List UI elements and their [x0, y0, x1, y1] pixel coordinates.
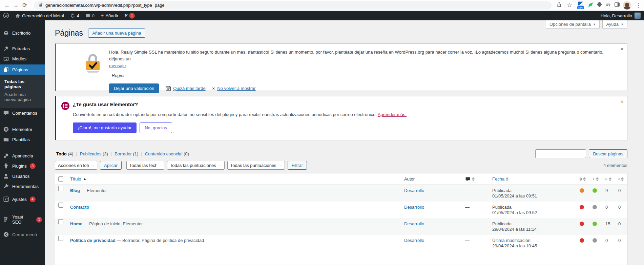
readability-filter-select[interactable]: Todas las puntuaciones de⌄: [227, 161, 285, 170]
dismiss-notice-icon[interactable]: ×: [620, 99, 624, 105]
address-bar[interactable]: generaciondelmetal.com/wp-admin/edit.php…: [34, 1, 552, 10]
elementor-accept-button[interactable]: ¡Claro!, me gustaría ayudar: [73, 122, 137, 133]
comments-value: —: [462, 185, 489, 193]
view-borrador[interactable]: Borrador: [115, 151, 132, 156]
maybe-later-link[interactable]: Quizá más tarde: [173, 85, 205, 92]
sidebar-item-ajustes[interactable]: Ajustes 4: [0, 194, 45, 204]
select-all-checkbox[interactable]: [58, 176, 63, 182]
view-publicados[interactable]: Publicados: [80, 151, 102, 156]
comments-menu[interactable]: 0: [82, 11, 98, 20]
browser-menu-icon[interactable]: ⋮: [634, 2, 643, 8]
yoast-menu[interactable]: Y 1: [121, 11, 138, 20]
sidebar-item-cerrar-menu[interactable]: Cerrar menú: [0, 229, 45, 240]
screen-options-tab[interactable]: Opciones de pantalla ▼: [546, 20, 600, 29]
share-icon[interactable]: [556, 2, 562, 9]
column-date[interactable]: Fecha: [489, 176, 576, 182]
author-link[interactable]: Desarrollo: [404, 205, 424, 210]
table-row: Blog — Elementor Desarrollo — Publicada0…: [55, 185, 627, 202]
row-checkbox[interactable]: [58, 219, 63, 224]
wp-sidebar-menu: Escritorio Entradas Medios Páginas Todas…: [0, 20, 45, 265]
wp-logo-icon[interactable]: W: [0, 11, 12, 20]
sidebar-item-escritorio[interactable]: Escritorio: [0, 28, 45, 38]
apply-button[interactable]: Aplicar: [100, 161, 122, 170]
incoming-links-count: 15: [602, 218, 615, 227]
dont-show-again-link[interactable]: No volver a mostrar: [217, 85, 255, 92]
back-icon[interactable]: ←: [3, 2, 12, 8]
help-tab[interactable]: Ayuda ▼: [602, 20, 627, 29]
sidebar-item-plantillas[interactable]: Plantillas: [0, 134, 45, 145]
elementor-decline-button[interactable]: No, gracias: [140, 122, 172, 133]
incoming-links-count: 0: [602, 202, 615, 210]
sidebar-item-comentarios[interactable]: Comentarios: [0, 108, 45, 118]
sidebar-item-apariencia[interactable]: Apariencia: [0, 151, 45, 161]
view-count: (0): [184, 151, 189, 156]
add-new-menu[interactable]: + Añadir: [98, 11, 121, 20]
dates-filter-select[interactable]: Todas las fechas⌄: [126, 161, 164, 170]
column-comments[interactable]: [462, 176, 489, 182]
yoast-icon: [3, 216, 9, 223]
dashboard-icon: [3, 30, 9, 36]
greeting-text[interactable]: Hola, Desarrollo: [601, 13, 632, 18]
yoast-badge: 1: [36, 217, 42, 223]
extension-bird-icon[interactable]: [587, 2, 594, 9]
page-title-link[interactable]: Home: [70, 221, 82, 226]
column-incoming-links[interactable]: [602, 176, 615, 182]
search-input[interactable]: [535, 149, 586, 158]
readability-score-dot: [593, 238, 597, 243]
row-date: 29/04/2024 a las 11:14: [492, 227, 537, 232]
column-title[interactable]: Título: [67, 176, 401, 182]
mensaje-link[interactable]: mensaje: [109, 63, 126, 68]
browser-profile-avatar[interactable]: [623, 1, 631, 10]
sidebar-item-herramientas[interactable]: Herramientas: [0, 181, 45, 191]
author-link[interactable]: Desarrollo: [404, 238, 424, 243]
page-title-link[interactable]: Contacto: [70, 205, 89, 210]
site-name-menu[interactable]: Generación del Metal: [12, 11, 67, 20]
column-seo-score[interactable]: [576, 176, 589, 182]
sidebar-item-entradas[interactable]: Entradas: [0, 43, 45, 54]
row-status: Publicada: [492, 221, 512, 226]
author-link[interactable]: Desarrollo: [404, 188, 424, 193]
row-checkbox[interactable]: [58, 203, 63, 208]
page-title-link[interactable]: Blog: [70, 188, 80, 193]
bookmark-star-icon[interactable]: ☆: [565, 2, 574, 8]
leave-review-button[interactable]: Dejar una valoración: [109, 83, 159, 93]
reload-icon[interactable]: ⟳: [20, 2, 29, 8]
submenu-item-todas-las-paginas[interactable]: Todas las páginas: [0, 78, 45, 91]
side-panel-icon[interactable]: [614, 2, 620, 9]
submenu-item-anadir-pagina[interactable]: Añadir una nueva página: [0, 91, 40, 103]
updates-menu[interactable]: 4: [67, 11, 82, 20]
seo-filter-select[interactable]: Todas las puntuaciones SEO⌄: [167, 161, 225, 170]
help-label: Ayuda: [606, 22, 619, 27]
row-checkbox[interactable]: [58, 186, 63, 191]
sort-icons: [621, 177, 624, 181]
extensions-puzzle-icon[interactable]: [597, 2, 602, 9]
extension-new-icon[interactable]: New: [577, 1, 584, 9]
page-title-link[interactable]: Política de privacidad: [70, 238, 116, 243]
seo-score-dot: [580, 205, 584, 209]
playlist-icon[interactable]: [605, 2, 611, 9]
dismiss-notice-icon[interactable]: ×: [620, 46, 624, 52]
view-contenido-esencial[interactable]: Contenido esencial: [145, 151, 183, 156]
learn-more-link[interactable]: Aprender más.: [378, 112, 407, 117]
readability-filter-value: Todas las puntuaciones de: [230, 163, 277, 168]
forward-icon[interactable]: →: [12, 2, 20, 8]
sidebar-item-yoast-seo[interactable]: Yoast SEO 1: [0, 212, 45, 227]
filter-button[interactable]: Filtrar: [288, 161, 307, 170]
sidebar-item-medios[interactable]: Medios: [0, 54, 45, 64]
row-checkbox[interactable]: [58, 236, 63, 241]
column-outgoing-links[interactable]: [615, 176, 627, 182]
add-new-page-button[interactable]: Añadir una nueva página: [88, 29, 145, 38]
sidebar-item-plugins[interactable]: Plugins 3: [0, 161, 45, 171]
bulk-actions-select[interactable]: Acciones en lote⌄: [55, 161, 97, 170]
sidebar-item-paginas[interactable]: Páginas: [0, 64, 45, 75]
user-avatar[interactable]: [635, 13, 641, 19]
column-readability-score[interactable]: [589, 176, 602, 182]
view-todo[interactable]: Todo: [56, 151, 67, 156]
sidebar-item-elementor[interactable]: Elementor: [0, 124, 45, 134]
search-pages-button[interactable]: Buscar páginas: [589, 149, 627, 158]
author-link[interactable]: Desarrollo: [404, 221, 424, 226]
sidebar-item-usuarios[interactable]: Usuarios: [0, 171, 45, 181]
row-status: Última modificación: [492, 238, 531, 243]
sidebar-item-label: Apariencia: [12, 153, 33, 158]
user-icon: [3, 173, 9, 179]
